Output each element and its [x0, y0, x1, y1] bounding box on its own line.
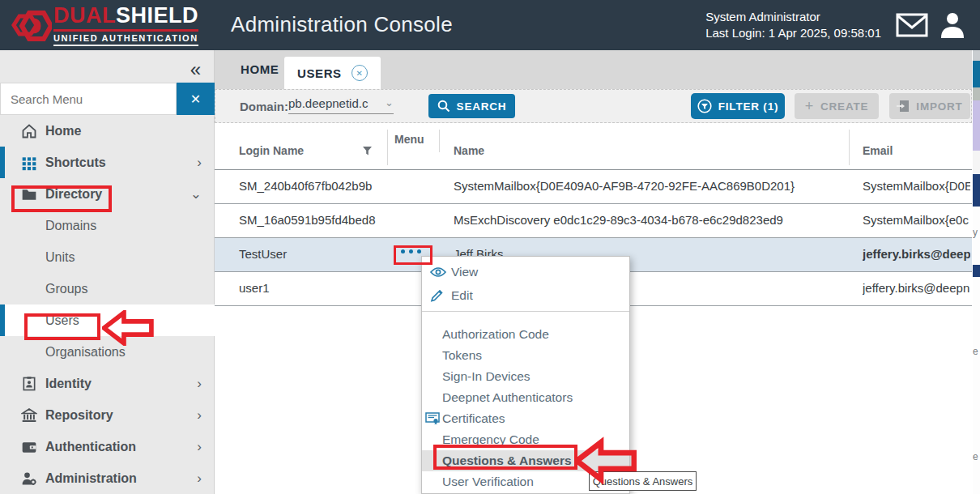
home-icon	[21, 123, 37, 139]
menu-item-certificates[interactable]: Certificates	[422, 408, 629, 429]
questions-answers-tooltip: Questions & Answers	[589, 471, 697, 491]
menu-item-deepnet-authenticators[interactable]: Deepnet Authenticators	[422, 387, 629, 408]
background-window-sliver: y e e	[973, 50, 980, 494]
sidebar-item-administration[interactable]: Administration ›	[0, 462, 215, 494]
sidebar-item-directory[interactable]: Directory ⌄	[0, 178, 215, 210]
column-header-name[interactable]: Name	[454, 144, 484, 157]
user-icon[interactable]	[938, 11, 967, 40]
create-button[interactable]: + CREATE	[795, 93, 879, 119]
tab-home[interactable]: HOME	[231, 50, 288, 89]
search-icon	[437, 100, 450, 113]
mail-icon[interactable]	[896, 13, 928, 37]
chevron-right-icon: ›	[197, 155, 202, 171]
pencil-icon	[430, 288, 444, 302]
sidebar-item-organisations[interactable]: Organisations	[0, 336, 215, 368]
search-clear-button[interactable]: ✕	[177, 83, 215, 115]
row-menu-dots-icon[interactable]	[401, 249, 421, 253]
filter-icon	[697, 99, 712, 113]
dualshield-hex-logo-icon	[10, 8, 52, 47]
user-session-info: System Administrator Last Login: 1 Apr 2…	[705, 9, 881, 41]
chevron-right-icon: ›	[197, 471, 202, 487]
logo-tagline: UNIFIED AUTHENTICATION	[53, 33, 198, 46]
app-header: DUALSHIELD UNIFIED AUTHENTICATION Admini…	[0, 0, 980, 50]
menu-item-questions-answers[interactable]: Questions & Answers	[422, 450, 629, 471]
eye-icon	[430, 266, 446, 278]
menu-divider	[422, 311, 629, 312]
administration-console-window: DUALSHIELD UNIFIED AUTHENTICATION Admini…	[0, 0, 980, 494]
domain-select[interactable]: pb.deepnetid.c ⌄	[288, 96, 394, 114]
table-row[interactable]: SM_16a0591b95fd4bed8 MsExchDiscovery e0d…	[215, 204, 972, 238]
domain-label: Domain:	[240, 100, 288, 113]
last-login: Last Login: 1 Apr 2025, 09:58:01	[705, 25, 881, 41]
tab-close-icon[interactable]: ✕	[352, 65, 368, 81]
chevron-right-icon: ›	[197, 407, 202, 424]
search-menu-input[interactable]	[0, 83, 177, 115]
id-card-icon	[21, 376, 37, 392]
sidebar-item-domains[interactable]: Domains	[0, 210, 215, 241]
close-icon: ✕	[190, 92, 201, 107]
logo-wordmark: DUALSHIELD	[53, 3, 198, 32]
sidebar-item-units[interactable]: Units	[0, 241, 215, 273]
chevron-right-icon: ›	[197, 376, 202, 392]
menu-item-authorization-code[interactable]: Authorization Code	[422, 324, 629, 345]
sidebar: « ✕ Home Shortcuts › Directory ⌄ Domains…	[0, 50, 215, 494]
certificate-icon	[425, 412, 440, 425]
tab-users[interactable]: USERS ✕	[284, 57, 381, 89]
bank-icon	[21, 407, 37, 424]
menu-item-view[interactable]: View	[422, 260, 629, 283]
grid-icon	[21, 155, 37, 171]
user-name: System Administrator	[705, 9, 881, 25]
row-context-menu: View Edit Authorization Code Tokens Sign…	[421, 256, 630, 494]
column-header-login-name[interactable]: Login Name	[239, 144, 304, 157]
sidebar-collapse-icon[interactable]: «	[190, 58, 201, 81]
sidebar-item-home[interactable]: Home	[0, 115, 215, 147]
column-header-email[interactable]: Email	[863, 144, 893, 157]
import-button[interactable]: IMPORT	[889, 93, 970, 119]
table-header: Login Name Menu Name Email	[215, 123, 972, 170]
dualshield-logo: DUALSHIELD UNIFIED AUTHENTICATION	[10, 3, 198, 47]
plus-icon: +	[805, 98, 814, 115]
menu-item-sign-in-devices[interactable]: Sign-In Devices	[422, 366, 629, 387]
sidebar-item-repository[interactable]: Repository ›	[0, 399, 215, 431]
table-row[interactable]: SM_240b40f67fb042b9b SystemMailbox{D0E40…	[215, 170, 972, 204]
sidebar-item-users[interactable]: Users	[0, 304, 215, 336]
search-button[interactable]: SEARCH	[428, 94, 515, 118]
wallet-icon	[21, 439, 37, 455]
sidebar-item-shortcuts[interactable]: Shortcuts ›	[0, 147, 215, 178]
admin-icon	[21, 471, 37, 487]
chevron-down-icon: ⌄	[190, 185, 202, 202]
menu-item-emergency-code[interactable]: Emergency Code	[422, 429, 629, 450]
folder-icon	[21, 186, 37, 202]
sidebar-search: ✕	[0, 83, 215, 115]
menu-item-tokens[interactable]: Tokens	[422, 345, 629, 366]
tab-bar: HOME USERS ✕	[215, 50, 972, 89]
chevron-down-icon: ⌄	[385, 96, 394, 109]
chevron-right-icon: ›	[197, 439, 202, 455]
filter-button[interactable]: FILTER (1)	[691, 93, 785, 119]
sidebar-item-identity[interactable]: Identity ›	[0, 368, 215, 399]
menu-item-edit[interactable]: Edit	[422, 283, 629, 307]
page-title: Administration Console	[231, 12, 453, 37]
toolbar: Domain: pb.deepnetid.c ⌄ SEARCH FILTER (…	[215, 89, 972, 123]
sidebar-item-authentication[interactable]: Authentication ›	[0, 431, 215, 462]
import-icon	[897, 100, 910, 113]
funnel-icon[interactable]	[362, 146, 373, 156]
sidebar-nav: Home Shortcuts › Directory ⌄ Domains Uni…	[0, 115, 215, 494]
sidebar-item-groups[interactable]: Groups	[0, 273, 215, 304]
column-header-menu: Menu	[394, 133, 424, 146]
